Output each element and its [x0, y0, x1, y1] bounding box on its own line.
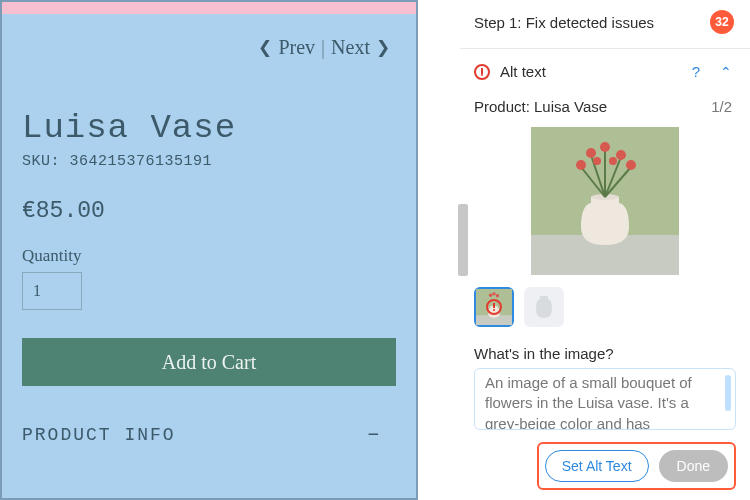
accordion-title: PRODUCT INFO	[22, 425, 176, 445]
svg-point-11	[626, 160, 636, 170]
add-to-cart-button[interactable]: Add to Cart	[22, 338, 396, 386]
svg-point-9	[600, 142, 610, 152]
alt-text-prompt: What's in the image?	[460, 327, 750, 366]
svg-point-12	[576, 160, 586, 170]
product-price: €85.00	[22, 198, 396, 224]
product-image	[531, 127, 679, 275]
svg-point-10	[616, 150, 626, 160]
pager: ❮ Prev | Next ❯	[2, 14, 416, 69]
svg-point-18	[496, 294, 499, 297]
product-row: Product: Luisa Vase 1/2	[460, 84, 750, 121]
set-alt-text-button[interactable]: Set Alt Text	[545, 450, 649, 482]
textarea-scrollbar[interactable]	[725, 375, 731, 411]
step-title: Step 1: Fix detected issues	[474, 14, 654, 31]
issue-count-badge: 32	[710, 10, 734, 34]
next-link[interactable]: Next	[331, 36, 370, 59]
quantity-label: Quantity	[22, 246, 396, 266]
minus-icon: –	[367, 422, 382, 447]
done-button[interactable]: Done	[659, 450, 728, 482]
product-sku: SKU: 364215376135191	[22, 153, 396, 170]
pager-separator: |	[321, 36, 325, 59]
svg-point-19	[492, 292, 495, 295]
section-header[interactable]: Alt text ? ⌃	[460, 49, 750, 84]
action-buttons-highlight: Set Alt Text Done	[537, 442, 736, 490]
product-info-accordion[interactable]: PRODUCT INFO –	[22, 422, 396, 447]
chevron-up-icon[interactable]: ⌃	[720, 64, 732, 80]
section-title: Alt text	[500, 63, 682, 80]
chevron-left-icon[interactable]: ❮	[258, 37, 272, 58]
svg-point-13	[609, 157, 617, 165]
chevron-right-icon[interactable]: ❯	[376, 37, 390, 58]
svg-point-8	[586, 148, 596, 158]
top-strip	[2, 2, 416, 14]
image-counter: 1/2	[711, 98, 732, 115]
step-header: Step 1: Fix detected issues 32	[460, 0, 750, 49]
thumbnail-1[interactable]	[474, 287, 514, 327]
product-label: Product: Luisa Vase	[474, 98, 607, 115]
product-preview-pane: ❮ Prev | Next ❯ Luisa Vase SKU: 36421537…	[0, 0, 418, 500]
scrollbar-thumb[interactable]	[458, 204, 468, 276]
warning-icon	[486, 299, 502, 315]
gap	[418, 0, 460, 500]
warning-icon	[474, 64, 490, 80]
product-title: Luisa Vase	[22, 109, 396, 147]
accessibility-panel: Step 1: Fix detected issues 32 Alt text …	[460, 0, 750, 500]
prev-link[interactable]: Prev	[278, 36, 315, 59]
thumbnail-strip	[460, 275, 750, 327]
thumbnail-2[interactable]	[524, 287, 564, 327]
help-icon[interactable]: ?	[692, 63, 700, 80]
alt-text-value: An image of a small bouquet of flowers i…	[485, 374, 692, 430]
svg-point-17	[489, 294, 492, 297]
svg-point-14	[593, 157, 601, 165]
quantity-input[interactable]	[22, 272, 82, 310]
alt-text-input[interactable]: An image of a small bouquet of flowers i…	[474, 368, 736, 430]
vase-icon	[535, 294, 553, 320]
